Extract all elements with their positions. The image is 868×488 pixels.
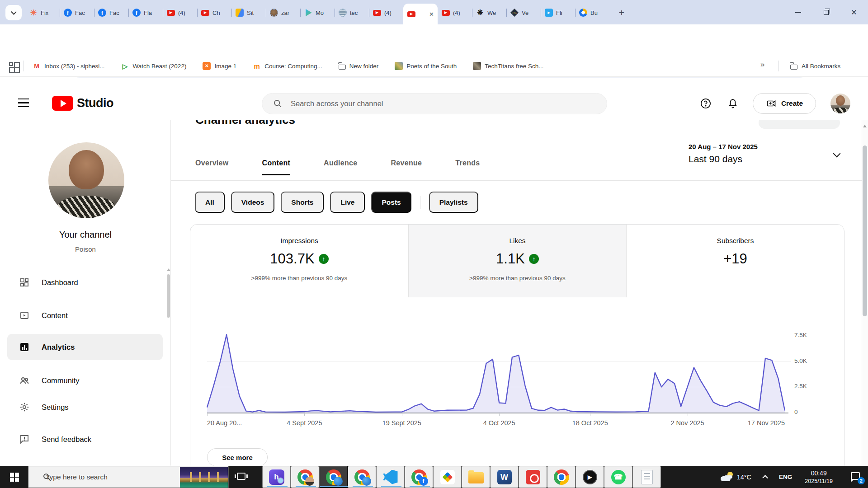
browser-tab[interactable]: Bu <box>575 4 609 22</box>
weather-icon[interactable] <box>720 471 734 483</box>
search-highlight-image[interactable] <box>180 467 228 488</box>
taskbar-app-chrome-window-active[interactable] <box>319 466 348 488</box>
sidebar-scrollbar-thumb[interactable] <box>167 274 170 318</box>
page-scrollbar-thumb[interactable] <box>863 145 867 316</box>
browser-tab[interactable]: ❋We <box>472 4 506 22</box>
start-button[interactable] <box>0 466 28 488</box>
action-center-button[interactable]: 2 <box>848 466 868 488</box>
bookmark-item[interactable]: MInbox (253) - siphesi... <box>33 62 105 70</box>
browser-tab[interactable]: ▶Ch <box>197 4 231 22</box>
taskbar-app-notepad[interactable] <box>632 466 661 488</box>
taskbar-app-word[interactable]: W <box>490 466 519 488</box>
browser-tab[interactable]: ▶(4) <box>163 4 197 22</box>
metric-card-impressions[interactable]: Impressions103.7K↑>999% more than previo… <box>190 225 408 297</box>
tab-search-button[interactable] <box>5 5 22 20</box>
taskbar-app-chrome-window[interactable] <box>348 466 376 488</box>
all-bookmarks-button[interactable]: All Bookmarks <box>790 55 840 77</box>
taskbar-search-input[interactable]: Type here to search <box>28 466 229 488</box>
window-minimize-button[interactable] <box>784 0 812 24</box>
facebook-badge-icon <box>419 477 428 486</box>
notifications-bell-icon[interactable] <box>726 97 739 110</box>
menu-hamburger-icon[interactable] <box>18 99 29 108</box>
tab-trends[interactable]: Trends <box>455 159 480 175</box>
sidebar-item-settings[interactable]: Settings <box>7 394 163 420</box>
browser-tab[interactable]: ▶(4) <box>438 4 472 22</box>
bookmarks-overflow-button[interactable]: » <box>760 60 764 69</box>
browser-tab[interactable]: Mo <box>300 4 335 22</box>
chip-shorts[interactable]: Shorts <box>281 192 324 213</box>
browser-tab[interactable]: fFac <box>94 4 128 22</box>
bookmark-item[interactable]: Poets of the South <box>395 62 457 70</box>
browser-tab[interactable]: ▶(4) <box>369 4 403 22</box>
metric-card-subscribers[interactable]: Subscribers+19 <box>626 225 844 297</box>
studio-account-avatar[interactable] <box>830 94 850 113</box>
taskbar-app-chrome-facebook[interactable] <box>405 466 433 488</box>
browser-tab[interactable]: ▸Fli <box>541 4 575 22</box>
channel-avatar[interactable] <box>48 142 124 218</box>
temperature-text[interactable]: 14°C <box>737 474 751 481</box>
taskbar-app-photos-app[interactable] <box>433 466 462 488</box>
bookmark-item[interactable]: mCourse: Computing... <box>253 62 322 70</box>
sidebar-item-community[interactable]: Community <box>7 367 163 394</box>
chip-videos[interactable]: Videos <box>231 192 275 213</box>
chip-playlists[interactable]: Playlists <box>429 192 478 213</box>
metric-card-likes[interactable]: Likes1.1K↑>999% more than previous 90 da… <box>408 225 626 297</box>
sidebar-divider <box>170 120 171 466</box>
window-close-button[interactable]: ✕ <box>840 0 868 24</box>
new-tab-button[interactable]: + <box>615 6 628 19</box>
taskbar-app-vscode[interactable] <box>376 466 405 488</box>
sidebar-item-send-feedback[interactable]: Send feedback <box>7 426 163 452</box>
see-more-button[interactable]: See more <box>207 448 268 466</box>
scroll-up-icon[interactable] <box>863 125 867 127</box>
apps-grid-icon[interactable] <box>9 62 13 66</box>
browser-tab-active[interactable]: ▶✕ <box>403 4 438 24</box>
language-indicator[interactable]: ENG <box>779 474 792 480</box>
browser-tab[interactable]: fFla <box>128 4 163 22</box>
chip-live[interactable]: Live <box>330 192 365 213</box>
browser-tab[interactable]: fFac <box>60 4 94 22</box>
sidebar-item-content[interactable]: Content <box>7 302 163 328</box>
channel-search-input[interactable]: Search across your channel <box>262 93 607 114</box>
bookmark-label: Watch Beast (2022) <box>133 63 187 70</box>
taskbar-app-red-media-app[interactable] <box>519 466 547 488</box>
browser-tab[interactable]: FSVe <box>506 4 541 22</box>
sidebar-item-dashboard[interactable]: Dashboard <box>7 269 163 296</box>
tab-revenue[interactable]: Revenue <box>391 159 422 175</box>
windows-logo-icon <box>10 473 14 477</box>
taskbar-app-media-player[interactable]: ▶ <box>576 466 604 488</box>
window-restore-button[interactable] <box>812 0 840 24</box>
browser-tab[interactable]: ✳Fix <box>25 4 60 22</box>
hidden-icons-chevron[interactable] <box>762 475 768 481</box>
sidebar-scroll-up-icon[interactable] <box>167 268 170 271</box>
chip-all[interactable]: All <box>195 192 225 213</box>
taskbar-app-h-planet-app[interactable]: h <box>262 466 291 488</box>
taskbar-app-chrome-profile[interactable] <box>291 466 319 488</box>
browser-tab[interactable]: Sit <box>231 4 266 22</box>
tab-title: (4) <box>384 9 392 16</box>
bookmark-item[interactable]: ▷Watch Beast (2022) <box>121 62 187 70</box>
bookmark-item[interactable]: ✕Image 1 <box>203 62 236 70</box>
create-button[interactable]: Create <box>753 93 816 114</box>
browser-tab[interactable]: zar <box>266 4 300 22</box>
help-icon[interactable] <box>699 97 712 110</box>
sidebar-item-analytics[interactable]: Analytics <box>7 334 163 360</box>
taskbar-app-chrome-extra[interactable] <box>547 466 576 488</box>
bookmark-item[interactable]: TechTitans free Sch... <box>473 62 543 70</box>
youtube-studio-logo[interactable]: Studio <box>52 96 113 111</box>
period-label: Last 90 days <box>689 154 742 164</box>
restore-icon <box>824 10 829 15</box>
taskbar-clock[interactable]: 00:49 2025/11/19 <box>805 469 833 484</box>
system-tray: 14°C ENG 00:49 2025/11/19 2 <box>720 466 868 488</box>
tab-overview[interactable]: Overview <box>195 159 229 175</box>
date-range-selector[interactable]: 20 Aug – 17 Nov 2025 Last 90 days <box>680 141 848 169</box>
chip-posts[interactable]: Posts <box>371 192 411 213</box>
task-view-button[interactable] <box>237 473 245 480</box>
bookmark-item[interactable]: New folder <box>339 63 379 70</box>
metric-value: 103.7K <box>270 251 314 267</box>
tab-content[interactable]: Content <box>262 159 291 175</box>
taskbar-app-file-explorer[interactable] <box>462 466 490 488</box>
tab-close-icon[interactable]: ✕ <box>429 11 434 18</box>
tab-audience[interactable]: Audience <box>324 159 357 175</box>
browser-tab[interactable]: tec <box>335 4 369 22</box>
taskbar-app-whatsapp[interactable]: ☎ <box>604 466 632 488</box>
